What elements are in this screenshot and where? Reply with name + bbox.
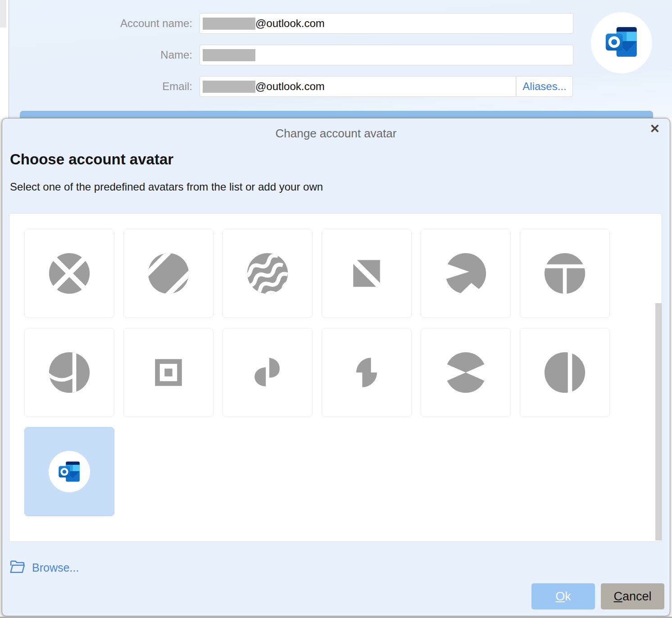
circle-bowtie-icon [444, 351, 487, 394]
browse-button[interactable]: Browse... [9, 560, 79, 575]
email-value: @outlook.com [255, 80, 325, 93]
circle-waves-icon [246, 252, 289, 295]
avatar-tile-circle-swoosh-split[interactable] [24, 328, 114, 417]
aliases-button[interactable]: Aliases... [516, 76, 573, 97]
circle-t-cut-icon [543, 252, 586, 295]
change-avatar-dialog: Change account avatar ✕ Choose account a… [2, 118, 670, 616]
name-input[interactable] [200, 45, 573, 65]
outlook-logo-icon [49, 451, 90, 492]
avatar-tile-circle-diagonal-stripes[interactable] [123, 229, 213, 318]
avatar-tile-outlook-logo[interactable] [24, 427, 114, 516]
account-name-label: Account name: [0, 17, 192, 30]
square-diagonal-split-icon [345, 252, 388, 295]
outlook-logo-icon [604, 24, 640, 62]
square-bullseye-icon [147, 351, 190, 394]
dialog-title: Change account avatar [2, 127, 670, 141]
browse-label: Browse... [32, 561, 79, 574]
avatar-tile-circle-step-quarters[interactable] [322, 328, 412, 417]
circle-swoosh-split-icon [48, 351, 91, 394]
avatar-tile-circle-vertical-split[interactable] [520, 328, 610, 417]
folder-icon [9, 560, 26, 575]
account-name-value: @outlook.com [255, 17, 325, 30]
circle-diagonal-stripes-icon [147, 252, 190, 295]
avatar-tile-circle-t-cut[interactable] [520, 229, 610, 318]
dialog-subtitle: Select one of the predefined avatars fro… [10, 181, 323, 193]
cancel-button[interactable]: Cancel [601, 583, 664, 609]
email-label: Email: [0, 80, 192, 93]
avatar-tile-two-petals[interactable] [222, 328, 313, 417]
redacted-text [203, 18, 255, 30]
avatar-tile-circle-waves[interactable] [222, 229, 313, 318]
circle-double-notch-icon [444, 252, 487, 295]
avatar-tile-square-bullseye[interactable] [123, 328, 213, 417]
avatar-tile-circle-bowtie[interactable] [421, 328, 511, 417]
name-label: Name: [0, 49, 192, 61]
circle-vertical-split-icon [543, 351, 586, 394]
ok-button[interactable]: Ok [531, 583, 595, 609]
two-petals-icon [246, 351, 289, 394]
redacted-text [203, 49, 255, 61]
background-button-bar [20, 111, 653, 118]
circle-x-cut-icon [48, 252, 91, 295]
email-input[interactable]: @outlook.com [200, 76, 516, 97]
circle-step-quarters-icon [345, 351, 388, 394]
dialog-heading: Choose account avatar [10, 151, 173, 168]
close-icon[interactable]: ✕ [649, 123, 660, 135]
account-avatar [591, 12, 652, 73]
avatar-tile-square-diagonal-split[interactable] [322, 229, 412, 318]
scrollbar-thumb[interactable] [655, 303, 662, 541]
avatar-tile-circle-double-notch[interactable] [421, 229, 511, 318]
account-name-input[interactable]: @outlook.com [200, 13, 573, 34]
redacted-text [203, 81, 255, 93]
avatar-tile-circle-x-cut[interactable] [24, 229, 114, 318]
